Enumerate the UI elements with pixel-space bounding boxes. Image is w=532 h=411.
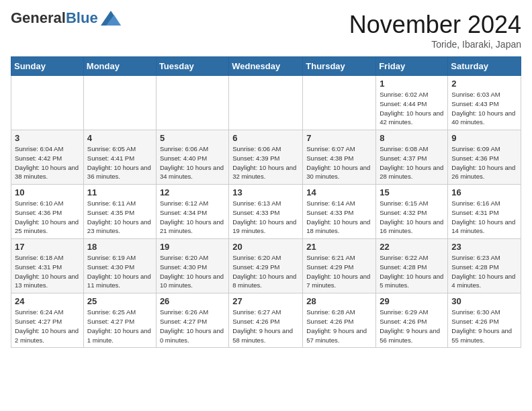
calendar-cell [83, 76, 156, 130]
calendar-cell: 30Sunrise: 6:30 AM Sunset: 4:26 PM Dayli… [448, 293, 521, 348]
page-header: GeneralBlue November 2024 Toride, Ibarak… [11, 11, 521, 50]
calendar-cell: 6Sunrise: 6:06 AM Sunset: 4:39 PM Daylig… [229, 130, 303, 185]
day-info: Sunrise: 6:10 AM Sunset: 4:36 PM Dayligh… [15, 199, 80, 236]
day-number: 11 [87, 187, 152, 197]
calendar-cell [11, 76, 84, 130]
title-block: November 2024 Toride, Ibaraki, Japan [349, 11, 521, 50]
day-number: 12 [160, 187, 225, 197]
day-number: 9 [451, 133, 517, 143]
day-number: 10 [15, 187, 80, 197]
logo: GeneralBlue [11, 11, 121, 26]
calendar-cell: 28Sunrise: 6:28 AM Sunset: 4:26 PM Dayli… [303, 293, 376, 348]
calendar-cell: 2Sunrise: 6:03 AM Sunset: 4:43 PM Daylig… [448, 76, 521, 130]
day-info: Sunrise: 6:16 AM Sunset: 4:31 PM Dayligh… [451, 199, 517, 236]
calendar-cell: 15Sunrise: 6:15 AM Sunset: 4:32 PM Dayli… [376, 185, 448, 239]
day-number: 5 [160, 133, 225, 143]
calendar-cell: 4Sunrise: 6:05 AM Sunset: 4:41 PM Daylig… [83, 130, 156, 185]
day-number: 18 [87, 242, 152, 252]
calendar-cell: 18Sunrise: 6:19 AM Sunset: 4:30 PM Dayli… [83, 239, 156, 293]
calendar-cell: 8Sunrise: 6:08 AM Sunset: 4:37 PM Daylig… [376, 130, 448, 185]
calendar-cell: 24Sunrise: 6:24 AM Sunset: 4:27 PM Dayli… [11, 293, 84, 348]
calendar-cell: 7Sunrise: 6:07 AM Sunset: 4:38 PM Daylig… [303, 130, 376, 185]
day-info: Sunrise: 6:09 AM Sunset: 4:36 PM Dayligh… [451, 144, 517, 181]
calendar-cell: 5Sunrise: 6:06 AM Sunset: 4:40 PM Daylig… [156, 130, 228, 185]
day-number: 8 [380, 133, 444, 143]
calendar-cell: 29Sunrise: 6:29 AM Sunset: 4:26 PM Dayli… [376, 293, 448, 348]
day-number: 21 [306, 242, 372, 252]
calendar-header-row: SundayMondayTuesdayWednesdayThursdayFrid… [11, 57, 521, 76]
day-number: 30 [451, 296, 517, 306]
calendar-cell: 13Sunrise: 6:13 AM Sunset: 4:33 PM Dayli… [229, 185, 303, 239]
day-info: Sunrise: 6:13 AM Sunset: 4:33 PM Dayligh… [232, 199, 299, 236]
calendar-header-saturday: Saturday [448, 57, 521, 76]
calendar-header-wednesday: Wednesday [229, 57, 303, 76]
month-title: November 2024 [349, 11, 521, 39]
day-number: 13 [232, 187, 299, 197]
calendar-week-row: 24Sunrise: 6:24 AM Sunset: 4:27 PM Dayli… [11, 293, 521, 348]
calendar-table: SundayMondayTuesdayWednesdayThursdayFrid… [11, 56, 521, 348]
calendar-cell [303, 76, 376, 130]
calendar-cell: 21Sunrise: 6:21 AM Sunset: 4:29 PM Dayli… [303, 239, 376, 293]
day-info: Sunrise: 6:20 AM Sunset: 4:30 PM Dayligh… [160, 253, 225, 290]
day-number: 17 [15, 242, 80, 252]
day-number: 6 [232, 133, 299, 143]
day-info: Sunrise: 6:05 AM Sunset: 4:41 PM Dayligh… [87, 144, 152, 181]
day-number: 23 [451, 242, 517, 252]
day-info: Sunrise: 6:19 AM Sunset: 4:30 PM Dayligh… [87, 253, 152, 290]
day-number: 16 [451, 187, 517, 197]
day-number: 19 [160, 242, 225, 252]
calendar-cell: 19Sunrise: 6:20 AM Sunset: 4:30 PM Dayli… [156, 239, 228, 293]
calendar-cell: 26Sunrise: 6:26 AM Sunset: 4:27 PM Dayli… [156, 293, 228, 348]
calendar-cell: 22Sunrise: 6:22 AM Sunset: 4:28 PM Dayli… [376, 239, 448, 293]
logo-blue: Blue [66, 9, 98, 26]
day-info: Sunrise: 6:30 AM Sunset: 4:26 PM Dayligh… [451, 308, 517, 345]
day-number: 28 [306, 296, 372, 306]
calendar-header-thursday: Thursday [303, 57, 376, 76]
calendar-week-row: 3Sunrise: 6:04 AM Sunset: 4:42 PM Daylig… [11, 130, 521, 185]
calendar-week-row: 10Sunrise: 6:10 AM Sunset: 4:36 PM Dayli… [11, 185, 521, 239]
calendar-cell: 3Sunrise: 6:04 AM Sunset: 4:42 PM Daylig… [11, 130, 84, 185]
calendar-header-sunday: Sunday [11, 57, 84, 76]
day-number: 2 [451, 79, 517, 89]
day-info: Sunrise: 6:26 AM Sunset: 4:27 PM Dayligh… [160, 308, 225, 345]
calendar-cell: 12Sunrise: 6:12 AM Sunset: 4:34 PM Dayli… [156, 185, 228, 239]
day-info: Sunrise: 6:29 AM Sunset: 4:26 PM Dayligh… [380, 308, 444, 345]
day-info: Sunrise: 6:23 AM Sunset: 4:28 PM Dayligh… [451, 253, 517, 290]
calendar-week-row: 1Sunrise: 6:02 AM Sunset: 4:44 PM Daylig… [11, 76, 521, 130]
calendar-cell: 11Sunrise: 6:11 AM Sunset: 4:35 PM Dayli… [83, 185, 156, 239]
day-number: 24 [15, 296, 80, 306]
day-info: Sunrise: 6:07 AM Sunset: 4:38 PM Dayligh… [306, 144, 372, 181]
calendar-header-monday: Monday [83, 57, 156, 76]
calendar-cell: 23Sunrise: 6:23 AM Sunset: 4:28 PM Dayli… [448, 239, 521, 293]
calendar-cell: 14Sunrise: 6:14 AM Sunset: 4:33 PM Dayli… [303, 185, 376, 239]
day-info: Sunrise: 6:08 AM Sunset: 4:37 PM Dayligh… [380, 144, 444, 181]
day-info: Sunrise: 6:18 AM Sunset: 4:31 PM Dayligh… [15, 253, 80, 290]
day-number: 14 [306, 187, 372, 197]
day-info: Sunrise: 6:25 AM Sunset: 4:27 PM Dayligh… [87, 308, 152, 345]
day-info: Sunrise: 6:28 AM Sunset: 4:26 PM Dayligh… [306, 308, 372, 345]
day-info: Sunrise: 6:14 AM Sunset: 4:33 PM Dayligh… [306, 199, 372, 236]
location: Toride, Ibaraki, Japan [349, 39, 521, 50]
calendar-cell: 16Sunrise: 6:16 AM Sunset: 4:31 PM Dayli… [448, 185, 521, 239]
calendar-cell: 10Sunrise: 6:10 AM Sunset: 4:36 PM Dayli… [11, 185, 84, 239]
day-info: Sunrise: 6:27 AM Sunset: 4:26 PM Dayligh… [232, 308, 299, 345]
day-number: 1 [380, 79, 444, 89]
calendar-cell: 25Sunrise: 6:25 AM Sunset: 4:27 PM Dayli… [83, 293, 156, 348]
calendar-week-row: 17Sunrise: 6:18 AM Sunset: 4:31 PM Dayli… [11, 239, 521, 293]
calendar-header-friday: Friday [376, 57, 448, 76]
calendar-cell [156, 76, 228, 130]
day-info: Sunrise: 6:20 AM Sunset: 4:29 PM Dayligh… [232, 253, 299, 290]
logo-icon [101, 11, 121, 26]
logo-general: General [11, 9, 66, 26]
day-info: Sunrise: 6:12 AM Sunset: 4:34 PM Dayligh… [160, 199, 225, 236]
calendar-cell: 1Sunrise: 6:02 AM Sunset: 4:44 PM Daylig… [376, 76, 448, 130]
day-info: Sunrise: 6:22 AM Sunset: 4:28 PM Dayligh… [380, 253, 444, 290]
calendar-cell: 9Sunrise: 6:09 AM Sunset: 4:36 PM Daylig… [448, 130, 521, 185]
day-number: 26 [160, 296, 225, 306]
day-number: 3 [15, 133, 80, 143]
day-info: Sunrise: 6:04 AM Sunset: 4:42 PM Dayligh… [15, 144, 80, 181]
day-info: Sunrise: 6:06 AM Sunset: 4:40 PM Dayligh… [160, 144, 225, 181]
day-number: 22 [380, 242, 444, 252]
day-info: Sunrise: 6:15 AM Sunset: 4:32 PM Dayligh… [380, 199, 444, 236]
day-number: 20 [232, 242, 299, 252]
